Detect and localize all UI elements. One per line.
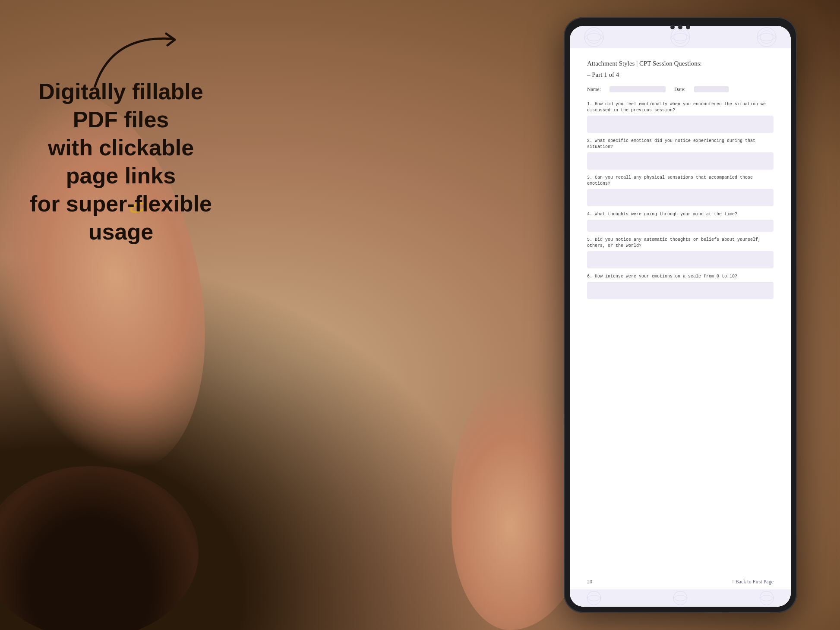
question-block-4: 4. What thoughts were going through your… xyxy=(587,211,774,232)
name-label: Name: xyxy=(587,86,601,93)
tablet-wrapper: Attachment Styles | CPT Session Question… xyxy=(555,13,805,617)
question-block-3: 3. Can you recall any physical sensation… xyxy=(587,175,774,206)
camera-dot-1 xyxy=(670,25,675,29)
tablet-device: Attachment Styles | CPT Session Question… xyxy=(564,17,797,613)
marketing-text-block: Digitally fillable PDF files with clicka… xyxy=(26,78,216,246)
pdf-bottom-decoration xyxy=(570,589,791,607)
question-block-5: 5. Did you notice any automatic thoughts… xyxy=(587,237,774,268)
pdf-title-line2: – Part 1 of 4 xyxy=(587,71,774,79)
date-label: Date: xyxy=(674,86,685,93)
question-block-2: 2. What specific emotions did you notice… xyxy=(587,138,774,170)
question-1-text: 1. How did you feel emotionally when you… xyxy=(587,101,774,113)
marketing-headline: Digitally fillable PDF files with clicka… xyxy=(26,78,216,246)
tablet-notch xyxy=(670,25,690,29)
camera-dot-2 xyxy=(678,25,682,29)
name-input-field[interactable] xyxy=(609,86,666,92)
date-input-field[interactable] xyxy=(694,86,729,92)
answer-area-4[interactable] xyxy=(587,220,774,232)
question-block-1: 1. How did you feel emotionally when you… xyxy=(587,101,774,133)
question-2-text: 2. What specific emotions did you notice… xyxy=(587,138,774,150)
answer-area-1[interactable] xyxy=(587,116,774,133)
question-6-text: 6. How intense were your emotions on a s… xyxy=(587,274,774,280)
question-5-text: 5. Did you notice any automatic thoughts… xyxy=(587,237,774,249)
answer-area-2[interactable] xyxy=(587,152,774,170)
answer-area-5[interactable] xyxy=(587,251,774,268)
tablet-screen: Attachment Styles | CPT Session Question… xyxy=(570,26,791,607)
name-date-row: Name: Date: xyxy=(587,86,774,93)
camera-dot-3 xyxy=(686,25,690,29)
question-4-text: 4. What thoughts were going through your… xyxy=(587,211,774,217)
pdf-page: Attachment Styles | CPT Session Question… xyxy=(570,26,791,607)
pdf-footer: 20 ↑ Back to First Page xyxy=(570,575,791,589)
question-3-text: 3. Can you recall any physical sensation… xyxy=(587,175,774,187)
pdf-content-area: Attachment Styles | CPT Session Question… xyxy=(570,48,791,575)
answer-area-3[interactable] xyxy=(587,189,774,206)
page-number: 20 xyxy=(587,579,592,585)
question-block-6: 6. How intense were your emotions on a s… xyxy=(587,274,774,299)
back-to-first-page-link[interactable]: ↑ Back to First Page xyxy=(732,579,774,585)
pdf-title-line1: Attachment Styles | CPT Session Question… xyxy=(587,59,774,69)
answer-area-6[interactable] xyxy=(587,282,774,299)
